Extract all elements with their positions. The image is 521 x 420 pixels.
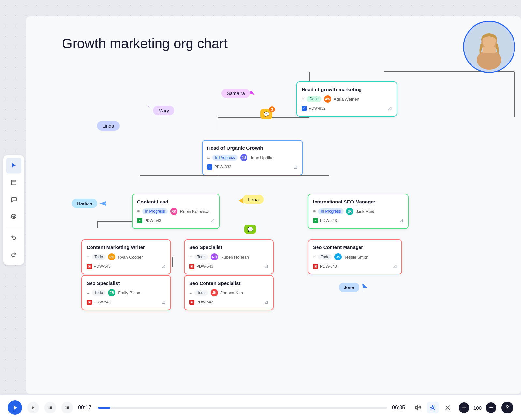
assignee-john: John Updike xyxy=(250,155,274,160)
pin-icon-intl-seo[interactable]: ⊿ xyxy=(399,217,403,224)
ticket-row-intl-seo: + PDW-543 ⊿ xyxy=(313,217,403,224)
zoom-controls: − 100 + xyxy=(459,402,496,413)
ticket-num-organic: PDW-832 xyxy=(214,165,231,169)
card-intl-seo[interactable]: International SEO Manager ≡ In Progress … xyxy=(308,194,409,229)
ticket-icon-red2: ▣ xyxy=(189,264,194,269)
status-badge-seo-content-mgr: Todo xyxy=(318,254,332,260)
ticket-badge-seo-spec1: ▣ PDW-543 xyxy=(189,264,213,269)
avatar-ruben: RH xyxy=(211,253,218,260)
ticket-num-growth: PDW-832 xyxy=(309,106,326,111)
lines-icon4: ≡ xyxy=(313,209,316,214)
svg-line-34 xyxy=(420,406,421,409)
main-canvas[interactable]: Growth marketing org chart Head of growt… xyxy=(26,16,521,394)
cursor-samaira-group: Samaira xyxy=(221,89,250,98)
assignee-emily: Emily Bloom xyxy=(118,290,141,295)
progress-bar[interactable] xyxy=(98,407,387,409)
card-seo-content-manager[interactable]: Seo Content Manager ≡ Todo JS Jessie Smi… xyxy=(308,239,402,274)
comment-tool[interactable] xyxy=(6,192,21,207)
ticket-num-intl-seo: PDW-543 xyxy=(320,218,337,223)
status-badge-intl-seo: In Progress xyxy=(318,208,343,214)
svg-rect-29 xyxy=(483,47,496,53)
svg-line-33 xyxy=(420,407,420,409)
card-content-marketing[interactable]: Content Marketing Writer ≡ Todo RC Ryan … xyxy=(81,239,171,274)
zoom-in-button[interactable]: + xyxy=(486,402,496,413)
ticket-badge-seo-conten-spec: ▣ PDW-543 xyxy=(189,300,213,305)
pin-icon-organic[interactable]: ⊿ xyxy=(293,164,298,170)
playback-controls-right xyxy=(412,402,454,413)
card-title-content-marketing: Content Marketing Writer xyxy=(87,245,166,250)
ticket-icon-blue2: ✓ xyxy=(207,164,212,170)
lines-icon7: ≡ xyxy=(313,254,316,259)
card-content-lead[interactable]: Content Lead ≡ In Progress RK Rubin Koto… xyxy=(132,194,220,229)
message-bubble-yellow[interactable]: 💬 3 xyxy=(260,109,272,119)
pin-icon-seo-spec2[interactable]: ⊿ xyxy=(162,299,166,305)
ticket-icon-green: + xyxy=(137,218,142,223)
card-title-intl-seo: International SEO Manager xyxy=(313,199,403,204)
svg-rect-32 xyxy=(35,406,35,409)
assignee-jack: Jack Reid xyxy=(356,209,374,214)
pin-icon-seo-spec1[interactable]: ⊿ xyxy=(264,263,268,269)
zoom-out-button[interactable]: − xyxy=(459,402,469,413)
lines-icon9: ≡ xyxy=(189,290,192,295)
assignee-ruben: Ruben Holeran xyxy=(220,255,249,259)
ticket-row-content-marketing: ▣ PDW-543 ⊿ xyxy=(87,263,166,269)
svg-marker-24 xyxy=(361,284,367,291)
message-bubble-green[interactable]: 💬 xyxy=(244,225,256,234)
card-title-content-lead: Content Lead xyxy=(137,199,215,204)
emoji-tool[interactable] xyxy=(6,209,21,224)
forward-10-button[interactable]: 10 xyxy=(61,402,73,413)
card-title-seo-conten-spec: Seo Conten Specialist xyxy=(189,280,268,286)
ticket-icon-green2: + xyxy=(313,218,318,223)
pin-icon-growth[interactable]: ⊿ xyxy=(388,105,392,111)
ticket-badge-intl-seo: + PDW-543 xyxy=(313,218,337,223)
svg-point-36 xyxy=(432,407,434,409)
card-head-organic[interactable]: Head of Organic Growth ≡ In Progress JU … xyxy=(202,140,303,175)
settings-button[interactable] xyxy=(427,402,439,413)
card-row-seo-content-mgr: ≡ Todo JS Jessie Smith xyxy=(313,253,397,260)
pin-icon-seo-content-mgr[interactable]: ⊿ xyxy=(393,263,397,269)
pin-icon-content-lead[interactable]: ⊿ xyxy=(210,217,215,224)
ticket-row-content-lead: + PDW-543 ⊿ xyxy=(137,217,215,224)
card-seo-specialist1[interactable]: Seo Specialist ≡ Todo RH Ruben Holeran ▣… xyxy=(184,239,274,274)
ticket-num-seo-spec2: PDW-543 xyxy=(94,300,111,304)
status-badge-seo-spec1: Todo xyxy=(194,254,208,260)
redo-tool[interactable] xyxy=(6,247,21,262)
card-title-organic: Head of Organic Growth xyxy=(207,145,298,151)
cursor-tool[interactable] xyxy=(6,158,21,174)
ticket-num-content-lead: PDW-543 xyxy=(144,218,161,223)
card-seo-specialist2[interactable]: Seo Specialist ≡ Todo EB Emily Bloom ▣ P… xyxy=(81,275,171,310)
card-head-of-growth[interactable]: Head of growth marketing ≡ Done AW Adria… xyxy=(296,81,397,117)
cursor-jose-arrow xyxy=(361,284,367,291)
avatar-rubin: RK xyxy=(170,208,177,215)
pin-icon-seo-conten-spec[interactable]: ⊿ xyxy=(264,299,268,305)
sticky-note-tool[interactable] xyxy=(6,175,21,190)
cursor-mary-group: Mary xyxy=(153,106,174,115)
lines-icon: ≡ xyxy=(302,96,304,102)
pin-icon-content-marketing[interactable]: ⊿ xyxy=(162,263,166,269)
svg-point-3 xyxy=(14,216,15,217)
ticket-icon-red4: ▣ xyxy=(87,300,92,305)
undo-tool[interactable] xyxy=(6,230,21,245)
playback-bar: 10 10 00:17 06:35 − 10 xyxy=(0,395,521,420)
video-avatar xyxy=(463,21,515,73)
cursor-hadiza-group: Hadiza xyxy=(72,199,106,208)
rewind-10-button[interactable]: 10 xyxy=(44,402,56,413)
lines-icon5: ≡ xyxy=(87,254,89,259)
mute-button[interactable] xyxy=(412,402,424,413)
card-row-seo-spec1: ≡ Todo RH Ruben Holeran xyxy=(189,253,268,260)
avatar-emily: EB xyxy=(108,289,115,296)
ticket-badge-growth: ✓ PDW-832 xyxy=(302,106,326,111)
card-row-seo-conten-spec: ≡ Todo JK Joanna Kim xyxy=(189,289,268,296)
help-button[interactable]: ? xyxy=(501,402,513,413)
ticket-num-content-marketing: PDW-543 xyxy=(94,264,111,269)
card-title-seo-spec2: Seo Specialist xyxy=(87,280,166,286)
zoom-value: 100 xyxy=(472,405,483,411)
assignee-jessie: Jessie Smith xyxy=(344,255,368,259)
card-row-content-lead: ≡ In Progress RK Rubin Kotowicz xyxy=(137,208,215,215)
play-button[interactable] xyxy=(8,400,22,415)
card-seo-conten-specialist[interactable]: Seo Conten Specialist ≡ Todo JK Joanna K… xyxy=(184,275,274,310)
close-button[interactable] xyxy=(442,402,454,413)
lines-icon2: ≡ xyxy=(207,155,210,160)
ticket-icon-red: ▣ xyxy=(87,264,92,269)
skip-end-button[interactable] xyxy=(27,402,39,413)
